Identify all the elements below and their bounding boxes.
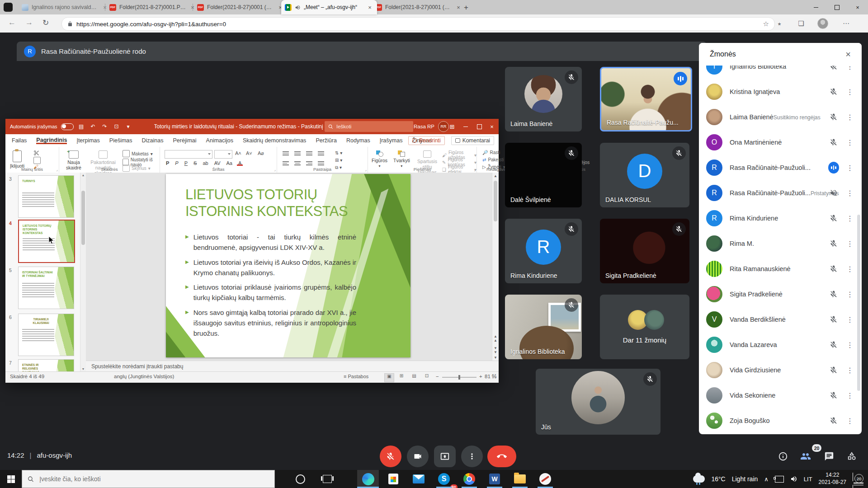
grow-font-icon[interactable]: A˄ [235,150,241,156]
slideshow-icon[interactable]: ⊡ [113,123,121,130]
save-icon[interactable]: ▤ [77,123,85,130]
window-restore-button[interactable] [826,0,847,14]
tab-close-icon[interactable]: × [455,4,462,11]
taskbar-search-input[interactable] [38,475,269,483]
strikethrough-button[interactable]: S [192,160,198,166]
more-options-icon[interactable]: ⋮ [846,366,851,375]
reading-view-icon[interactable]: ▤ [410,373,419,381]
slideshow-view-icon[interactable]: ⊡ [422,373,431,381]
ribbon-display-icon[interactable]: ⊞ [445,119,459,134]
shrink-font-icon[interactable]: A˅ [246,150,252,156]
line-spacing-icon[interactable] [318,150,324,156]
taskbar-word[interactable]: W [484,470,505,488]
menu-perejimai[interactable]: Perėjimai [173,137,196,144]
participant-row[interactable]: Kristina Ignatjeva ⋮ [699,79,862,104]
undo-icon[interactable]: ↶ [89,123,97,130]
mic-off-icon[interactable] [828,315,839,324]
dialog-launcher-icon[interactable]: ⌟ [474,168,476,172]
more-options-icon[interactable]: ⋮ [846,138,851,147]
menu-pagrindinis[interactable]: Pagrindinis [36,137,67,144]
participant-row[interactable]: R Rasa Račiūnaitė-Paužuoli... ⋮ [699,155,862,180]
bold-button[interactable]: P [165,160,170,166]
more-options-icon[interactable]: ⋮ [846,341,851,349]
align-left-icon[interactable] [283,160,289,166]
cortana-button[interactable] [289,470,311,488]
mic-off-icon[interactable] [828,113,839,121]
address-bar[interactable]: https://meet.google.com/afu-osgv-ijh?pli… [61,17,775,31]
previous-slide-icon[interactable]: ▲▲ [492,334,499,343]
menu-animacijos[interactable]: Animacijos [206,137,233,144]
fit-slide-icon[interactable]: ⛶ [492,374,496,380]
normal-view-icon[interactable]: ▣ [384,373,394,382]
clear-format-icon[interactable]: A⌀ [258,150,264,156]
more-options-icon[interactable]: ⋮ [846,315,851,324]
add-favorite-star-icon[interactable]: ☆ [763,20,769,28]
font-size-select[interactable] [214,150,232,159]
volume-icon[interactable] [790,475,797,483]
tile-sigita[interactable]: Sigita Pradkelienė [600,219,689,283]
tile-biblioteka[interactable]: Ignalinos Biblioteka [505,295,582,359]
people-panel-close-icon[interactable]: × [845,49,851,60]
chat-button[interactable] [822,449,836,464]
mic-off-icon[interactable] [828,138,839,146]
participant-row[interactable]: Rima M. ⋮ [699,231,862,256]
slide-sorter-icon[interactable]: ⊞ [397,373,406,381]
mic-off-icon[interactable] [828,214,839,222]
menu-piesimas[interactable]: Piešimas [109,137,132,144]
activities-button[interactable] [844,449,859,464]
participant-row[interactable]: Zoja Boguško ⋮ [699,408,862,433]
shapes-button[interactable]: Figūros▾ [372,148,387,168]
thumbnail-scrollbar[interactable]: ▲ ▼ [80,173,86,371]
arrange-button[interactable]: Tvarkyti▾ [393,148,410,168]
mic-off-icon[interactable] [828,66,839,70]
action-center-button[interactable]: 20 [853,473,864,485]
paste-button[interactable]: Įklijuoti [10,148,24,169]
collapse-ribbon-icon[interactable]: ∧ [493,167,496,171]
redo-icon[interactable]: ↷ [101,123,109,130]
participant-row[interactable]: R Rima Kinduriene ⋮ [699,206,862,231]
underline-button[interactable]: P [183,160,189,166]
indent-icon[interactable] [306,150,312,156]
find-button[interactable]: 🔎Rasti [482,150,500,155]
ppt-restore-button[interactable] [472,119,486,134]
text-direction-icon[interactable]: ⇅ ▾ [335,150,342,155]
scroll-down-icon[interactable]: ▼ [492,356,499,360]
tab-close-icon[interactable]: × [366,4,373,11]
more-options-icon[interactable]: ⋮ [846,88,851,96]
weather-icon[interactable] [693,475,705,483]
tab-pdf-2[interactable]: PDF Folder(2021-8-27)0001 (1).PDF × [193,0,288,14]
align-text-icon[interactable]: ⊞ ▾ [335,158,342,163]
font-family-select[interactable] [165,150,212,159]
language-indicator[interactable]: LIT [804,476,812,483]
camera-toggle-button[interactable] [407,446,429,467]
next-slide-icon[interactable]: ▼▼ [492,346,499,354]
more-options-icon[interactable]: ⋮ [846,189,851,197]
tab-site[interactable]: Ignalinos rajono savivaldybės vie... × [18,0,112,14]
taskbar-search[interactable] [22,470,275,488]
new-tab-button[interactable]: + [464,3,468,12]
start-button[interactable] [0,470,22,488]
mic-off-icon[interactable] [828,265,839,273]
replace-button[interactable]: ⇄Pakeisti ▾ [482,157,508,162]
volume-off-icon[interactable] [828,189,839,197]
slide-thumbnail-3[interactable]: TURINYS [18,175,74,218]
language-indicator[interactable]: anglų (Jungtinės Valstijos) [114,374,174,379]
mic-off-icon[interactable] [828,88,839,96]
ppt-close-button[interactable]: × [485,119,499,134]
participant-row[interactable]: O Ona Martinėnienė ⋮ [699,130,862,155]
menu-failas[interactable]: Failas [12,137,27,144]
participant-row[interactable]: V Vanda Berdikšlienė ⋮ [699,307,862,332]
share-button[interactable]: Bendrinti [408,136,444,145]
window-close-button[interactable]: × [847,0,868,14]
tab-pdf-1[interactable]: PDF Folder(2021-8-27)0001.PDF × [106,0,200,14]
participant-row[interactable]: I Ignalinos Biblioteka ⋮ [699,66,862,79]
autosave-toggle[interactable] [61,123,74,130]
char-spacing-button[interactable]: AV [213,160,222,166]
participant-row[interactable]: Rita Ramanauskienė ⋮ [699,256,862,282]
taskbar-clock[interactable]: 14:22 2021-08-27 [819,472,846,486]
notes-pane[interactable]: Spustelėkite norėdami įtraukti pastabų [86,361,499,372]
tab-pdf-3[interactable]: PDF Folder(2021-8-27)0001 (2).PDF × [372,0,466,14]
tile-more-people[interactable]: Dar 11 žmonių [600,295,689,359]
slide-thumbnail-7[interactable]: ETNINĖS IR RELIGINĖS SAVITUMAS [18,359,74,371]
participant-row[interactable]: Sigita Pradkelienė ⋮ [699,282,862,307]
